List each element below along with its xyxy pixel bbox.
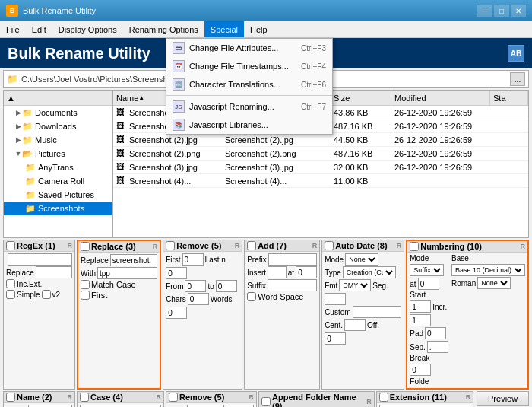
remove-first-input[interactable] <box>182 253 204 266</box>
inc-ext-checkbox-label[interactable]: Inc.Ext. <box>6 279 42 288</box>
first-label[interactable]: First <box>81 291 107 300</box>
regex-replace-input[interactable] <box>36 266 72 278</box>
minimize-button[interactable]: ─ <box>477 5 492 17</box>
add-prefix-row: Prefix <box>247 253 317 266</box>
filelist-row[interactable]: 🖼Screenshot (2).png Screenshot (2).png 4… <box>113 147 528 161</box>
extension-checkbox[interactable] <box>379 393 388 402</box>
javascript-libraries-icon: 📚 <box>173 119 185 131</box>
cell-size: 11.00 KB <box>331 174 391 187</box>
jpg-icon: 🖼 <box>116 135 127 145</box>
jpg-icon: 🖼 <box>116 162 127 173</box>
numbering-incr-input[interactable] <box>410 314 431 326</box>
remove-words-input[interactable] <box>166 307 187 319</box>
autodate-custom-input[interactable] <box>353 306 402 318</box>
dropdown-change-attributes[interactable]: 🗃 Change File Attributes... Ctrl+F3 <box>166 39 332 57</box>
simple-checkbox-label[interactable]: Simple <box>6 290 40 299</box>
remove-chars-input[interactable] <box>188 293 209 305</box>
add-at-input[interactable] <box>296 266 317 278</box>
tree-item-pictures[interactable]: ▼📂Pictures <box>4 147 112 161</box>
numbering-pad-input[interactable] <box>425 327 446 339</box>
replace-input[interactable] <box>110 254 157 266</box>
numbering-base-select[interactable]: Base 10 (Decimal) <box>451 264 525 276</box>
dropdown-javascript-renaming[interactable]: JS Javascript Renaming... Ctrl+F7 <box>166 97 332 116</box>
tree-item-music[interactable]: ▶📁Music <box>4 133 112 147</box>
tree-item-documents[interactable]: ▶📁Documents <box>4 106 112 119</box>
numbering-at-input[interactable] <box>418 278 439 290</box>
cell-name: 🖼Screenshot (3).jpg <box>113 161 222 173</box>
numbering-sep-input[interactable] <box>427 341 448 353</box>
dropdown-javascript-libraries[interactable]: 📚 Javascript Libraries... <box>166 116 332 134</box>
add-insert-input[interactable] <box>268 266 287 278</box>
close-button[interactable]: ✕ <box>511 5 526 17</box>
remove-checkbox[interactable] <box>166 241 175 250</box>
regex-checkbox[interactable] <box>6 241 15 250</box>
col-size[interactable]: Size <box>331 91 391 105</box>
tree-item-anytrans[interactable]: 📁AnyTrans <box>4 161 112 174</box>
autodate-off-input[interactable] <box>325 332 346 345</box>
inc-ext-checkbox[interactable] <box>6 279 15 288</box>
dropdown-change-timestamps[interactable]: 📅 Change File Timestamps... Ctrl+F4 <box>166 57 332 75</box>
extension-panel: Extension (11) R Same <box>376 391 474 407</box>
simple-checkbox[interactable] <box>6 290 15 299</box>
autodate-custom-row: Custom <box>325 306 401 318</box>
autodate-checkbox[interactable] <box>325 241 334 250</box>
remove-from-row: From to <box>166 280 239 292</box>
expand-music: ▶ <box>14 136 22 144</box>
case-checkbox[interactable] <box>80 393 89 402</box>
cell-newname: Screenshot (3).jpg <box>222 161 331 173</box>
match-case-checkbox[interactable] <box>81 280 90 289</box>
replace-checkbox[interactable] <box>81 242 90 251</box>
filelist-row[interactable]: 🖼Screenshot (3).jpg Screenshot (3).jpg 3… <box>113 161 528 174</box>
tree-item-screenshots[interactable]: 📁Screenshots <box>4 202 112 215</box>
header-ab-button[interactable]: AB <box>508 45 524 62</box>
tree-item-downloads[interactable]: ▶📁Downloads <box>4 119 112 133</box>
match-case-label[interactable]: Match Case <box>81 280 136 289</box>
append-folder-checkbox[interactable] <box>261 397 271 406</box>
jpg-icon: 🖼 <box>116 176 127 186</box>
autodate-fmt-select[interactable]: DMY <box>339 279 371 291</box>
add-suffix-input[interactable] <box>268 279 317 291</box>
regex-match-input[interactable] <box>8 253 72 266</box>
menu-display-options[interactable]: Display Options <box>52 21 123 37</box>
tree-item-camera-roll[interactable]: 📁Camera Roll <box>4 174 112 188</box>
autodate-seg-input[interactable] <box>325 293 346 305</box>
name-checkbox[interactable] <box>6 393 15 402</box>
numbering-break-input[interactable] <box>410 364 431 376</box>
filelist-row[interactable]: 🖼Screenshot (2).jpg Screenshot (2).jpg 4… <box>113 133 528 147</box>
v2-checkbox-label[interactable]: v2 <box>42 290 61 299</box>
preview-button[interactable]: Preview <box>477 391 529 406</box>
numbering-mode-select[interactable]: Suffix <box>410 264 444 276</box>
col-sta[interactable]: Sta <box>490 91 528 105</box>
pathbar-browse-button[interactable]: ... <box>510 72 525 86</box>
autodate-cent-input[interactable] <box>344 319 366 331</box>
with-input[interactable] <box>97 267 157 279</box>
maximize-button[interactable]: □ <box>494 5 509 17</box>
v2-checkbox[interactable] <box>42 290 51 299</box>
menu-file[interactable]: File <box>0 21 26 37</box>
tree-item-saved-pictures[interactable]: 📁Saved Pictures <box>4 188 112 202</box>
numbering-panel-title: Numbering (10) R <box>407 241 527 253</box>
col-modified[interactable]: Modified <box>391 91 490 105</box>
dropdown-char-translations[interactable]: 🔤 Character Translations... Ctrl+F6 <box>166 75 332 94</box>
filelist-row[interactable]: 🖼Screenshot (4)... Screenshot (4)... 11.… <box>113 174 528 188</box>
autodate-fmt-row: Fmt DMY Seg. <box>325 279 401 305</box>
menu-edit[interactable]: Edit <box>26 21 52 37</box>
menu-help[interactable]: Help <box>244 21 274 37</box>
remove-to-input[interactable] <box>216 280 237 292</box>
first-checkbox[interactable] <box>81 291 90 300</box>
autodate-type-select[interactable]: Creation (Cu <box>343 266 396 278</box>
remove-chars-checkbox[interactable] <box>169 393 178 402</box>
autodate-cent-row: Cent. Off. <box>325 319 401 345</box>
autodate-mode-select[interactable]: None <box>345 253 378 266</box>
menu-renaming-options[interactable]: Renaming Options <box>123 21 204 37</box>
remove-from-input[interactable] <box>185 280 206 292</box>
numbering-start-input[interactable] <box>410 300 431 313</box>
add-prefix-input[interactable] <box>268 253 317 266</box>
remove-lastn-input[interactable] <box>166 267 187 279</box>
numbering-checkbox[interactable] <box>410 242 419 251</box>
numbering-roman-select[interactable]: None <box>477 277 511 289</box>
word-space-label[interactable]: Word Space <box>247 292 303 301</box>
add-checkbox[interactable] <box>247 241 256 250</box>
word-space-checkbox[interactable] <box>247 292 256 301</box>
menu-special[interactable]: Special <box>204 21 244 37</box>
